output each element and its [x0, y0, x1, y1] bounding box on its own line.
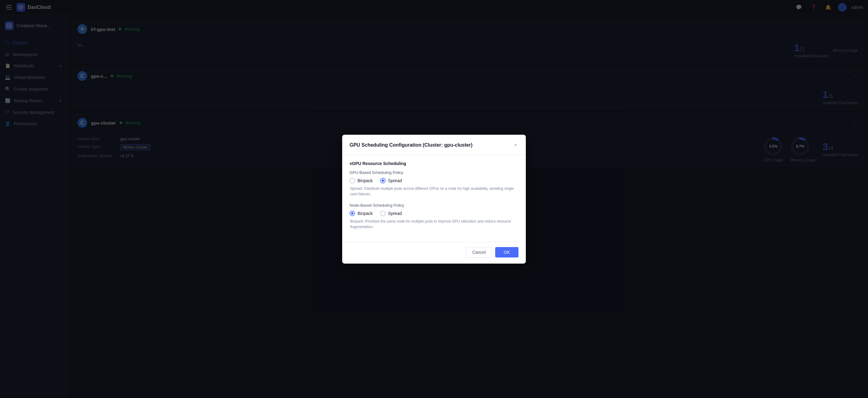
section-title: vGPU Resource Scheduling	[349, 161, 519, 166]
modal-footer: Cancel OK	[342, 242, 526, 264]
node-binpack-radio[interactable]	[349, 211, 355, 216]
modal-close-button[interactable]: ×	[513, 141, 519, 150]
gpu-policy-group: GPU-Based Scheduling Policy Binpack Spre…	[349, 170, 519, 197]
gpu-radio-group: Binpack Spread	[349, 178, 519, 183]
gpu-policy-label: GPU-Based Scheduling Policy	[349, 170, 519, 175]
modal-overlay[interactable]: GPU Scheduling Configuration (Cluster: g…	[0, 0, 868, 398]
node-binpack-option[interactable]: Binpack	[349, 211, 373, 216]
node-binpack-label: Binpack	[358, 211, 373, 216]
node-policy-label: Node-Based Scheduling Policy	[349, 203, 519, 208]
gpu-spread-option[interactable]: Spread	[380, 178, 402, 183]
modal-body: vGPU Resource Scheduling GPU-Based Sched…	[342, 155, 526, 242]
cancel-button[interactable]: Cancel	[466, 247, 492, 257]
node-radio-group: Binpack Spread	[349, 211, 519, 216]
ok-button[interactable]: OK	[495, 247, 519, 257]
node-spread-option[interactable]: Spread	[380, 211, 402, 216]
gpu-policy-desc: Spread: Distribute multiple pods across …	[349, 186, 519, 197]
modal-header: GPU Scheduling Configuration (Cluster: g…	[342, 135, 526, 155]
node-policy-group: Node-Based Scheduling Policy Binpack Spr…	[349, 203, 519, 229]
node-spread-label: Spread	[388, 211, 402, 216]
gpu-binpack-label: Binpack	[358, 178, 373, 183]
modal-title: GPU Scheduling Configuration (Cluster: g…	[349, 142, 472, 148]
node-policy-desc: Binpack: Prioritize the same node for mu…	[349, 219, 519, 229]
gpu-spread-radio[interactable]	[380, 178, 385, 183]
gpu-binpack-radio[interactable]	[349, 178, 355, 183]
gpu-spread-label: Spread	[388, 178, 402, 183]
gpu-binpack-option[interactable]: Binpack	[349, 178, 373, 183]
gpu-config-modal: GPU Scheduling Configuration (Cluster: g…	[342, 135, 526, 264]
node-spread-radio[interactable]	[380, 211, 385, 216]
